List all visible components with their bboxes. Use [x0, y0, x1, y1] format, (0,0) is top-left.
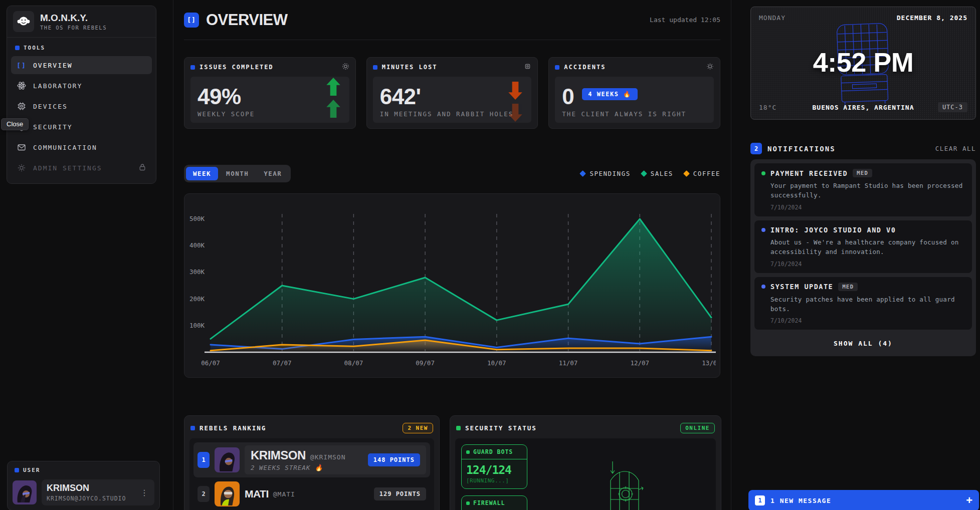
guard-bot-wireframe: [606, 458, 646, 510]
brackets-icon: []: [17, 61, 26, 70]
temperature-label: 18°C: [759, 104, 776, 111]
sidebar-item-devices[interactable]: DEVICES: [11, 97, 152, 115]
stat-value: 0: [562, 84, 574, 109]
lock-icon: [139, 163, 146, 172]
blue-square-icon: [373, 65, 377, 70]
svg-text:10/07: 10/07: [487, 359, 506, 367]
close-tooltip: Close: [1, 118, 29, 130]
legend-coffee[interactable]: COFFEE: [684, 170, 720, 177]
gear-icon[interactable]: [342, 63, 349, 72]
streak-badge: 4 WEEKS 🔥: [582, 88, 637, 100]
stat-card-minutes-lost: MINUTES LOST 642' IN MEETINGS AND RABBIT…: [366, 57, 538, 129]
blue-square-icon: [15, 468, 19, 472]
guard-bots-box: GUARD BOTS 124/124 [RUNNING...]: [461, 444, 527, 489]
main-content: [] OVERVIEW Last updated 12:05 ISSUES CO…: [173, 0, 731, 510]
bottom-panels: REBELS RANKING 2 NEW 1: [184, 415, 720, 510]
rebels-ranking-panel: REBELS RANKING 2 NEW 1: [184, 415, 440, 510]
blue-square-icon: [190, 65, 195, 70]
sidebar-item-communication[interactable]: COMMUNICATION: [11, 138, 152, 156]
stat-title: ACCIDENTS: [564, 64, 606, 71]
tab-year[interactable]: YEAR: [257, 167, 289, 180]
svg-text:08/07: 08/07: [344, 359, 363, 367]
sidebar-item-security[interactable]: SECURITY: [11, 118, 152, 136]
new-count-badge: 2 NEW: [403, 423, 433, 433]
weekday-label: MONDAY: [759, 14, 786, 22]
svg-text:500K: 500K: [189, 215, 205, 222]
diamond-icon: [641, 170, 647, 177]
chip-icon[interactable]: [524, 63, 531, 72]
stat-caption: WEEKLY SCOPE: [198, 110, 342, 118]
legend-sales[interactable]: SALES: [642, 170, 673, 177]
sidebar-item-overview[interactable]: [] OVERVIEW: [11, 56, 152, 74]
blue-square-icon: [190, 426, 195, 430]
right-column: MONDAY DECEMBER 8, 2025 4:52 PM 18°C BUE…: [750, 7, 976, 356]
notification-description: Your payment to Rampant Studio has been …: [770, 181, 965, 200]
svg-text:09/07: 09/07: [416, 359, 435, 367]
stat-value: 642': [380, 86, 525, 107]
time-display: 4:52 PM: [813, 47, 914, 78]
firewall-label: FIREWALL: [473, 499, 505, 506]
svg-text:300K: 300K: [189, 268, 205, 276]
user-panel: USER KRIMSON KRIMSON@JOYCO.STUDIO ⋮: [7, 461, 160, 510]
notification-description: About us - We're a healthcare company fo…: [770, 237, 965, 257]
monkey-logo-icon: [13, 11, 34, 32]
sidebar-menu: TOOLS [] OVERVIEW LABORATORY: [7, 38, 156, 183]
user-email: KRIMSON@JOYCO.STUDIO: [47, 495, 126, 502]
stat-value: 49%: [198, 86, 342, 107]
plus-icon[interactable]: +: [966, 494, 972, 507]
spendings-sales-coffee-chart: 100K200K300K400K500K06/0707/0708/0709/07…: [188, 201, 716, 369]
tab-month[interactable]: MONTH: [219, 167, 256, 180]
rebel-name: KRIMSON: [251, 448, 306, 462]
stat-title: MINUTES LOST: [382, 64, 438, 71]
user-section-label: USER: [13, 466, 154, 475]
tab-week[interactable]: WEEK: [186, 167, 218, 180]
notification-count-badge: 2: [750, 143, 762, 154]
sidebar-item-laboratory[interactable]: LABORATORY: [11, 77, 152, 95]
notification-description: Security patches have been applied to al…: [770, 295, 965, 314]
notification-item-intro[interactable]: INTRO: JOYCO STUDIO AND V0 About us - We…: [754, 220, 972, 273]
legend-spendings[interactable]: SPENDINGS: [580, 170, 630, 177]
mail-icon: [17, 143, 26, 152]
stat-card-issues-completed: ISSUES COMPLETED 49% WEEKLY SCOPE: [184, 57, 356, 129]
location-label: BUENOS AIRES, ARGENTINA: [812, 104, 914, 111]
notification-title: SYSTEM UPDATE: [770, 283, 833, 291]
svg-text:400K: 400K: [189, 241, 205, 249]
notifications-title: NOTIFICATIONS: [767, 145, 836, 153]
clear-all-button[interactable]: CLEAR ALL: [935, 145, 976, 152]
svg-text:07/07: 07/07: [273, 359, 292, 367]
range-tabs: WEEK MONTH YEAR: [184, 165, 291, 182]
sidebar-item-admin-settings[interactable]: ADMIN SETTINGS: [11, 159, 152, 177]
show-all-button[interactable]: SHOW ALL (4): [754, 334, 972, 352]
svg-text:100K: 100K: [189, 322, 205, 329]
clock-widget: MONDAY DECEMBER 8, 2025 4:52 PM 18°C BUE…: [750, 7, 976, 120]
notification-item-system-update[interactable]: SYSTEM UPDATE MED Security patches have …: [754, 277, 972, 330]
new-message-bar[interactable]: 1 1 NEW MESSAGE +: [748, 490, 979, 510]
rebel-handle: @KRIMSON: [310, 453, 346, 461]
status-dot-icon: [761, 285, 765, 289]
sun-gear-icon[interactable]: [706, 63, 714, 72]
stat-title: ISSUES COMPLETED: [200, 64, 274, 71]
diamond-icon: [580, 170, 586, 177]
user-card[interactable]: KRIMSON KRIMSON@JOYCO.STUDIO ⋮: [42, 479, 154, 505]
firewall-box: FIREWALL 99.9%: [461, 495, 527, 510]
diamond-icon: [683, 170, 690, 177]
app-title: M.O.N.K.Y.: [40, 13, 107, 23]
notification-item-payment[interactable]: PAYMENT RECEIVED MED Your payment to Ram…: [754, 163, 972, 216]
panel-title: SECURITY STATUS: [465, 424, 537, 432]
online-badge: ONLINE: [680, 423, 715, 433]
kebab-menu-icon[interactable]: ⋮: [139, 488, 149, 497]
panel-title: REBELS RANKING: [200, 424, 266, 432]
security-readouts: GUARD BOTS 124/124 [RUNNING...] FIREWALL…: [455, 438, 716, 510]
points-badge: 148 POINTS: [368, 453, 420, 466]
notifications-header: 2 NOTIFICATIONS CLEAR ALL: [750, 143, 976, 154]
message-count-badge: 1: [755, 495, 765, 505]
notification-title: INTRO: JOYCO STUDIO AND V0: [770, 226, 896, 234]
svg-text:13/07: 13/07: [702, 359, 716, 367]
guard-bots-status: [RUNNING...]: [462, 477, 527, 488]
notifications-panel: PAYMENT RECEIVED MED Your payment to Ram…: [750, 159, 976, 356]
notification-title: PAYMENT RECEIVED: [770, 169, 848, 177]
ranking-row-1[interactable]: 1 KRIMSON @KRIMSON: [193, 442, 430, 477]
ranking-name-card: KRIMSON @KRIMSON 2 WEEKS STREAK 🔥 148 PO…: [245, 445, 426, 474]
ranking-row-2[interactable]: 2 MATI @MATI 129 POINTS: [193, 477, 430, 509]
trend-down-arrows-icon: [508, 82, 522, 122]
